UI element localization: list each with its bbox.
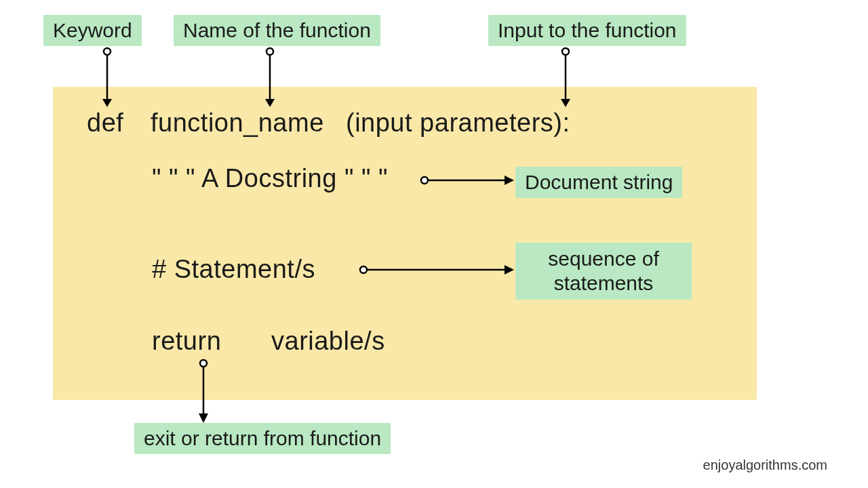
code-def-keyword: def xyxy=(87,108,123,138)
svg-point-1 xyxy=(104,48,111,55)
label-document-string: Document string xyxy=(515,167,682,198)
code-input-parameters: (input parameters): xyxy=(346,108,570,138)
code-docstring: " " " A Docstring " " " xyxy=(152,164,388,193)
label-input-to-function: Input to the function xyxy=(488,15,686,46)
label-sequence-line1: sequence of xyxy=(548,247,658,270)
svg-point-4 xyxy=(267,48,273,55)
code-statements: # Statement/s xyxy=(152,255,315,284)
label-exit-return: exit or return from function xyxy=(134,423,391,454)
svg-point-7 xyxy=(562,48,569,55)
label-sequence-line2: statements xyxy=(554,272,654,294)
label-sequence-of-statements: sequence of statements xyxy=(515,243,692,300)
attribution-text: enjoyalgorithms.com xyxy=(703,458,827,473)
code-function-name: function_name xyxy=(151,108,324,138)
label-keyword: Keyword xyxy=(43,15,142,46)
code-return-variable: variable/s xyxy=(271,327,385,356)
code-return-keyword: return xyxy=(152,327,221,356)
label-name-of-function: Name of the function xyxy=(174,15,380,46)
svg-marker-17 xyxy=(199,413,208,423)
